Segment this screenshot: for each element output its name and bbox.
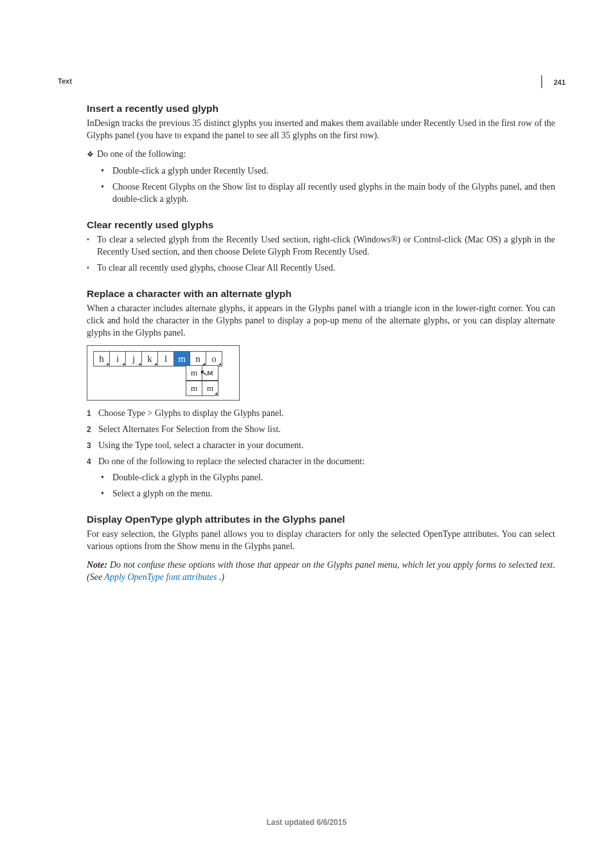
- heading-replace: Replace a character with an alternate gl…: [87, 288, 555, 300]
- page-number-rule: [541, 75, 542, 88]
- alt-indicator-icon: [215, 392, 217, 395]
- bullet-text: To clear all recently used glyphs, choos…: [97, 263, 335, 273]
- popup-cell[interactable]: m: [186, 365, 202, 381]
- clear-bullets: To clear a selected glyph from the Recen…: [87, 233, 555, 274]
- glyph-cell-selected[interactable]: m: [173, 351, 190, 366]
- bullet-text: Double-click a glyph under Recently Used…: [112, 166, 269, 176]
- list-item: To clear all recently used glyphs, choos…: [87, 262, 555, 274]
- replace-sub-bullets: Double-click a glyph in the Glyphs panel…: [101, 471, 555, 500]
- step-item: Do one of the following to replace the s…: [87, 455, 555, 500]
- step-item: Using the Type tool, select a character …: [87, 439, 555, 451]
- note-label: Note:: [87, 560, 107, 570]
- glyph-char: j: [132, 354, 135, 365]
- page-footer: Last updated 6/6/2015: [0, 818, 613, 827]
- display-body: For easy selection, the Glyphs panel all…: [87, 528, 555, 552]
- list-item: Double-click a glyph under Recently Used…: [101, 165, 555, 177]
- list-item: To clear a selected glyph from the Recen…: [87, 233, 555, 258]
- popup-cell[interactable]: ᴍ: [202, 365, 218, 381]
- bullet-text: Select a glyph on the menu.: [112, 489, 213, 498]
- glyph-char: h: [99, 354, 104, 365]
- insert-lead-row: ❖ Do one of the following:: [87, 148, 555, 161]
- bullet-text: Double-click a glyph in the Glyphs panel…: [112, 473, 263, 482]
- display-note: Note: Do not confuse these options with …: [87, 559, 555, 583]
- bullet-text: Choose Recent Glyphs on the Show list to…: [112, 182, 555, 204]
- glyph-cell[interactable]: n: [190, 351, 206, 366]
- replace-steps: Choose Type > Glyphs to display the Glyp…: [87, 407, 555, 500]
- glyph-char: n: [195, 354, 200, 365]
- content: Insert a recently used glyph InDesign tr…: [58, 103, 562, 583]
- alt-indicator-icon: [122, 363, 125, 365]
- glyph-char: m: [178, 354, 186, 365]
- glyph-char: m: [191, 368, 197, 378]
- glyph-row: h i j k l m n o: [94, 351, 222, 366]
- glyph-char: l: [164, 354, 167, 365]
- insert-lead: Do one of the following:: [97, 148, 555, 160]
- step-text: Do one of the following to replace the s…: [98, 457, 364, 466]
- glyph-char: m: [207, 383, 213, 393]
- diamond-icon: ❖: [87, 148, 97, 161]
- step-text: Select Alternates For Selection from the…: [98, 424, 281, 434]
- glyph-char: o: [211, 354, 217, 365]
- step-text: Using the Type tool, select a character …: [98, 440, 304, 450]
- popup-cell[interactable]: m: [202, 381, 218, 396]
- glyph-cell[interactable]: j: [125, 351, 142, 366]
- heading-insert: Insert a recently used glyph: [87, 103, 555, 114]
- glyph-popup-row-1: m ᴍ: [186, 365, 218, 381]
- section-label: Text: [58, 77, 562, 85]
- glyph-cell[interactable]: i: [109, 351, 126, 366]
- replace-body: When a character includes alternate glyp…: [87, 302, 555, 339]
- page: 241 Text Insert a recently used glyph In…: [0, 0, 613, 868]
- heading-display: Display OpenType glyph attributes in the…: [87, 514, 555, 525]
- glyph-cell[interactable]: k: [141, 351, 158, 366]
- step-text: Choose Type > Glyphs to display the Glyp…: [98, 408, 284, 418]
- page-number-wrap: 241: [542, 76, 565, 87]
- step-item: Select Alternates For Selection from the…: [87, 423, 555, 435]
- alt-indicator-icon: [138, 363, 141, 365]
- note-text-after: .): [217, 572, 224, 582]
- glyph-char: m: [191, 383, 197, 393]
- glyph-char: i: [116, 354, 119, 365]
- glyph-char: k: [147, 354, 152, 365]
- heading-clear: Clear recently used glyphs: [87, 219, 555, 231]
- glyph-cell[interactable]: l: [157, 351, 174, 366]
- glyph-figure: h i j k l m n o m ᴍ ↖ m m: [87, 345, 240, 401]
- note-link[interactable]: Apply OpenType font attributes: [104, 572, 217, 582]
- insert-body: InDesign tracks the previous 35 distinct…: [87, 117, 555, 141]
- page-number: 241: [554, 78, 565, 86]
- insert-bullets: Double-click a glyph under Recently Used…: [101, 165, 555, 205]
- alt-indicator-icon: [218, 363, 221, 365]
- list-item: Choose Recent Glyphs on the Show list to…: [101, 181, 555, 205]
- step-item: Choose Type > Glyphs to display the Glyp…: [87, 407, 555, 419]
- bullet-text: To clear a selected glyph from the Recen…: [97, 235, 555, 257]
- popup-cell[interactable]: m: [186, 381, 202, 396]
- glyph-cell[interactable]: h: [93, 351, 110, 366]
- list-item: Select a glyph on the menu.: [101, 487, 555, 500]
- glyph-cell[interactable]: o: [206, 351, 222, 366]
- glyph-popup-row-2: m m: [186, 381, 218, 396]
- glyph-char: ᴍ: [207, 368, 213, 378]
- alt-indicator-icon: [154, 363, 157, 365]
- list-item: Double-click a glyph in the Glyphs panel…: [101, 471, 555, 484]
- alt-indicator-icon: [106, 363, 109, 365]
